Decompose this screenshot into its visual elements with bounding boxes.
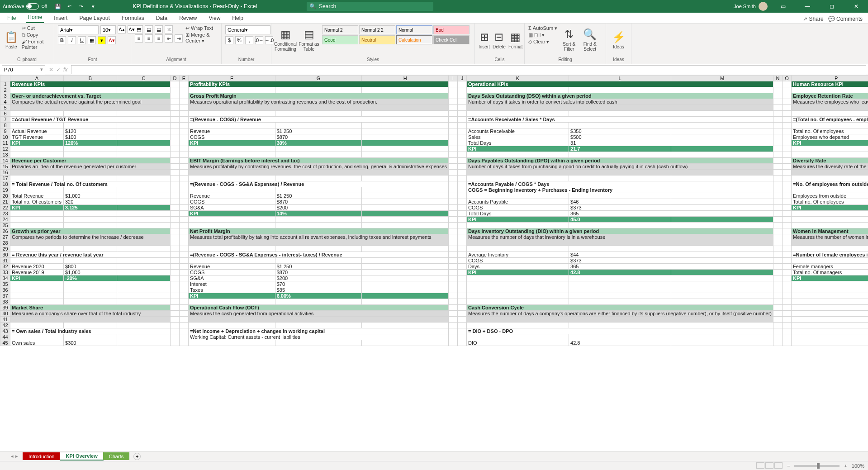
cell-A33[interactable]: Revenue 2019: [10, 270, 64, 275]
cell-B6[interactable]: [64, 111, 117, 117]
cell-E9[interactable]: [180, 128, 189, 134]
cell-F2[interactable]: [189, 87, 275, 93]
cell-I28[interactable]: [449, 240, 458, 246]
cell-M24[interactable]: [671, 217, 773, 223]
cell-F15[interactable]: Measures profitability by contrasting re…: [189, 164, 449, 170]
cell-P2[interactable]: [792, 87, 868, 93]
cell-K25[interactable]: [467, 223, 569, 228]
cell-L11[interactable]: 31: [569, 140, 671, 146]
cell-N14[interactable]: [773, 158, 783, 164]
cell-D10[interactable]: [171, 134, 180, 140]
cell-E1[interactable]: [180, 81, 189, 87]
cell-D21[interactable]: [171, 199, 180, 205]
cell-N11[interactable]: [773, 140, 783, 146]
cell-N16[interactable]: [773, 170, 783, 176]
cell-N25[interactable]: [773, 223, 783, 228]
cell-N4[interactable]: [773, 99, 783, 105]
cell-H21[interactable]: [362, 199, 449, 205]
number-format-select[interactable]: General ▾: [225, 25, 270, 34]
cell-H42[interactable]: [362, 323, 449, 328]
cell-I21[interactable]: [449, 199, 458, 205]
cell-M36[interactable]: [671, 287, 773, 293]
cell-K2[interactable]: [467, 87, 569, 93]
decrease-indent-icon[interactable]: ⇤: [165, 34, 173, 43]
cell-F37[interactable]: KPI: [189, 293, 275, 299]
tab-file[interactable]: File: [5, 13, 18, 23]
tab-formulas[interactable]: Formulas: [120, 13, 146, 23]
cell-G35[interactable]: 70: [275, 281, 362, 287]
cell-A22[interactable]: KPI: [10, 205, 64, 211]
cell-I27[interactable]: [449, 234, 458, 240]
cell-N7[interactable]: [773, 117, 783, 123]
cell-A21[interactable]: Total no. Of customers: [10, 199, 64, 205]
align-middle-icon[interactable]: ⬓: [145, 25, 153, 33]
redo-icon[interactable]: ↷: [78, 4, 85, 9]
cell-M42[interactable]: [671, 323, 773, 328]
cell-H32[interactable]: [362, 264, 449, 270]
cell-E37[interactable]: [180, 293, 189, 299]
cell-O37[interactable]: [783, 293, 792, 299]
cell-K8[interactable]: [467, 123, 569, 128]
cell-B31[interactable]: [64, 258, 117, 264]
cell-N42[interactable]: [773, 323, 783, 328]
cell-C38[interactable]: [117, 299, 171, 305]
cell-F31[interactable]: [189, 258, 275, 264]
cell-P41[interactable]: [792, 317, 868, 323]
cell-E28[interactable]: [180, 240, 189, 246]
cell-K22[interactable]: COGS: [467, 205, 569, 211]
cell-P24[interactable]: [792, 217, 868, 223]
cell-E36[interactable]: [180, 287, 189, 293]
cell-E38[interactable]: [180, 299, 189, 305]
cell-A10[interactable]: TGT Revenue: [10, 134, 64, 140]
cell-B34[interactable]: -20%: [64, 275, 117, 281]
tab-view[interactable]: View: [207, 13, 223, 23]
cell-A2[interactable]: [10, 87, 64, 93]
cell-J15[interactable]: [458, 164, 467, 170]
cell-N27[interactable]: [773, 234, 783, 240]
cell-C35[interactable]: [117, 281, 171, 287]
cell-F30[interactable]: =(Revenue - COGS - SG&A Expenses - inter…: [189, 252, 449, 258]
cell-L35[interactable]: [569, 281, 671, 287]
cell-N40[interactable]: [773, 311, 783, 317]
cell-F19[interactable]: [189, 187, 275, 193]
tab-data[interactable]: Data: [154, 13, 169, 23]
align-center-icon[interactable]: ≡: [145, 34, 153, 43]
cell-K35[interactable]: [467, 281, 569, 287]
cell-O1[interactable]: [783, 81, 792, 87]
cell-O34[interactable]: [783, 275, 792, 281]
cell-B33[interactable]: 1,000: [64, 270, 117, 275]
cell-H13[interactable]: [362, 152, 449, 158]
cell-F40[interactable]: Measures the cash generated from operati…: [189, 311, 449, 317]
cell-D8[interactable]: [171, 123, 180, 128]
cell-D13[interactable]: [171, 152, 180, 158]
cell-M20[interactable]: [671, 193, 773, 199]
cell-N33[interactable]: [773, 270, 783, 275]
cell-A32[interactable]: Revenue 2020: [10, 264, 64, 270]
cell-I32[interactable]: [449, 264, 458, 270]
cell-K34[interactable]: [467, 275, 569, 281]
find-select-button[interactable]: 🔍Find & Select: [581, 25, 599, 54]
cell-C37[interactable]: [117, 293, 171, 299]
cell-E27[interactable]: [180, 234, 189, 240]
cell-E10[interactable]: [180, 134, 189, 140]
cell-B8[interactable]: [64, 123, 117, 128]
cell-C12[interactable]: [117, 146, 171, 152]
autosum-button[interactable]: Σ AutoSum ▾: [528, 25, 557, 31]
cell-O11[interactable]: [783, 140, 792, 146]
view-buttons[interactable]: [755, 462, 783, 470]
cell-J9[interactable]: [458, 128, 467, 134]
cell-I16[interactable]: [449, 170, 458, 176]
cell-P23[interactable]: [792, 211, 868, 217]
cell-B42[interactable]: [64, 323, 117, 328]
cell-E20[interactable]: [180, 193, 189, 199]
cell-D41[interactable]: [171, 317, 180, 323]
cell-P37[interactable]: [792, 293, 868, 299]
borders-button[interactable]: ▦: [88, 36, 96, 44]
cell-L25[interactable]: [569, 223, 671, 228]
cell-D24[interactable]: [171, 217, 180, 223]
cell-C9[interactable]: [117, 128, 171, 134]
cell-D4[interactable]: [171, 99, 180, 105]
cell-E32[interactable]: [180, 264, 189, 270]
cell-K17[interactable]: [467, 176, 569, 181]
cell-G10[interactable]: 870: [275, 134, 362, 140]
